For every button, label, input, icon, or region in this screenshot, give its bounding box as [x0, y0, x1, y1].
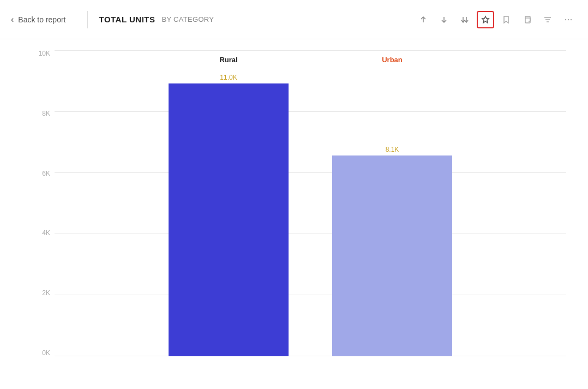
y-axis: 10K 8K 6K 4K 2K 0K: [33, 50, 55, 356]
bookmark-icon[interactable]: [497, 11, 515, 28]
header-left: ‹ Back to report TOTAL UNITS BY CATEGORY: [11, 11, 214, 28]
bar-value-rural: 11.0K: [220, 74, 237, 81]
chart-title: TOTAL UNITS: [99, 15, 155, 24]
sort-desc-icon[interactable]: [435, 11, 453, 28]
chevron-left-icon: ‹: [11, 15, 14, 25]
svg-point-10: [571, 19, 572, 20]
svg-point-8: [565, 19, 566, 20]
copy-icon[interactable]: [518, 11, 536, 28]
bar-urban[interactable]: [332, 155, 452, 356]
bar-value-urban: 8.1K: [386, 146, 399, 153]
svg-point-9: [568, 19, 569, 20]
header: ‹ Back to report TOTAL UNITS BY CATEGORY: [0, 0, 588, 39]
back-label: Back to report: [18, 15, 65, 24]
bar-group-rural: 11.0K: [169, 74, 289, 356]
bars-container: 11.0K 8.1K: [55, 50, 566, 356]
chart-container: 10K 8K 6K 4K 2K 0K 11.0K: [33, 50, 566, 356]
chart-subtitle: BY CATEGORY: [161, 15, 214, 23]
y-label-0k: 0K: [42, 350, 50, 356]
y-label-8k: 8K: [42, 110, 50, 117]
header-divider: [87, 11, 88, 28]
sort-asc-icon[interactable]: [415, 11, 432, 28]
title-section: TOTAL UNITS BY CATEGORY: [99, 15, 214, 24]
more-options-icon[interactable]: [560, 11, 577, 28]
sort-desc-double-icon[interactable]: [456, 11, 473, 28]
svg-rect-4: [525, 18, 530, 23]
y-label-10k: 10K: [39, 50, 50, 57]
toolbar: [415, 11, 577, 28]
bar-group-urban: 8.1K: [332, 146, 452, 356]
back-to-report-button[interactable]: ‹ Back to report: [11, 15, 76, 25]
y-label-4k: 4K: [42, 230, 50, 236]
y-label-6k: 6K: [42, 170, 50, 177]
y-label-2k: 2K: [42, 290, 50, 296]
filter-icon[interactable]: [539, 11, 556, 28]
bar-rural[interactable]: [169, 83, 289, 356]
pin-icon[interactable]: [477, 11, 494, 28]
plot-area: 11.0K 8.1K Rural Urban: [55, 50, 566, 356]
chart-area: 10K 8K 6K 4K 2K 0K 11.0K: [0, 39, 588, 389]
